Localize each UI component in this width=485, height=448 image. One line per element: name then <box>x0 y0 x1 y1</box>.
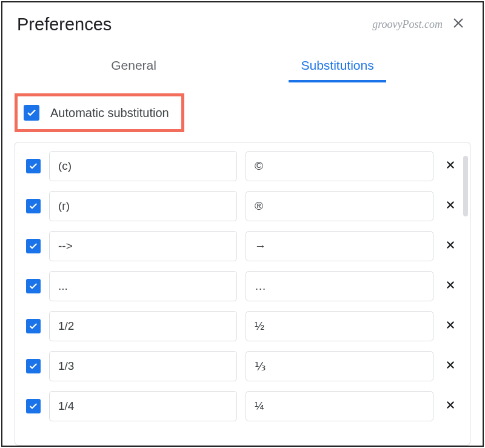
table-row <box>20 306 465 346</box>
check-icon <box>28 161 38 171</box>
watermark-text: groovyPost.com <box>372 18 443 31</box>
table-row <box>20 386 465 426</box>
remove-row-icon[interactable] <box>442 238 459 254</box>
replace-input[interactable] <box>49 311 237 341</box>
tabs-bar: General Substitutions <box>2 41 483 82</box>
replace-input[interactable] <box>49 231 237 261</box>
dialog-title: Preferences <box>17 15 112 35</box>
check-icon <box>28 401 38 411</box>
auto-substitution-label: Automatic substitution <box>50 106 169 120</box>
auto-substitution-checkbox[interactable] <box>24 105 39 121</box>
remove-row-icon[interactable] <box>442 158 459 174</box>
replace-input[interactable] <box>49 351 237 381</box>
close-icon[interactable] <box>449 13 468 35</box>
table-row <box>20 346 465 386</box>
table-row <box>20 226 465 266</box>
remove-row-icon[interactable] <box>442 318 459 334</box>
remove-row-icon[interactable] <box>442 278 459 294</box>
with-input[interactable] <box>246 231 433 261</box>
check-icon <box>28 241 38 251</box>
scrollbar-thumb[interactable] <box>463 156 468 216</box>
row-checkbox[interactable] <box>26 239 41 253</box>
check-icon <box>28 321 38 331</box>
with-input[interactable] <box>246 391 433 421</box>
check-icon <box>26 107 37 118</box>
auto-substitution-section: Automatic substitution <box>15 93 470 132</box>
dialog-header: Preferences groovyPost.com <box>2 2 483 41</box>
replace-input[interactable] <box>49 391 237 421</box>
auto-substitution-highlight: Automatic substitution <box>15 93 184 132</box>
tab-general[interactable]: General <box>99 53 169 82</box>
with-input[interactable] <box>246 191 433 221</box>
with-input[interactable] <box>246 351 433 381</box>
row-checkbox[interactable] <box>26 359 41 373</box>
row-checkbox[interactable] <box>26 199 41 213</box>
replace-input[interactable] <box>49 151 237 181</box>
check-icon <box>28 281 38 291</box>
remove-row-icon[interactable] <box>442 198 459 214</box>
tab-substitutions[interactable]: Substitutions <box>289 53 386 82</box>
substitutions-table <box>15 142 470 446</box>
with-input[interactable] <box>246 271 433 301</box>
replace-input[interactable] <box>49 191 237 221</box>
preferences-dialog: Preferences groovyPost.com General Subst… <box>1 1 484 447</box>
header-right: groovyPost.com <box>372 13 468 35</box>
table-row <box>20 266 465 306</box>
row-checkbox[interactable] <box>26 279 41 293</box>
replace-input[interactable] <box>49 271 237 301</box>
remove-row-icon[interactable] <box>442 398 459 414</box>
row-checkbox[interactable] <box>26 319 41 333</box>
row-checkbox[interactable] <box>26 159 41 173</box>
table-row <box>20 146 465 186</box>
table-row <box>20 186 465 226</box>
rows-scroll-area[interactable] <box>20 146 465 445</box>
row-checkbox[interactable] <box>26 399 41 413</box>
with-input[interactable] <box>246 311 433 341</box>
remove-row-icon[interactable] <box>442 358 459 374</box>
with-input[interactable] <box>246 151 433 181</box>
check-icon <box>28 361 38 371</box>
check-icon <box>28 201 38 211</box>
